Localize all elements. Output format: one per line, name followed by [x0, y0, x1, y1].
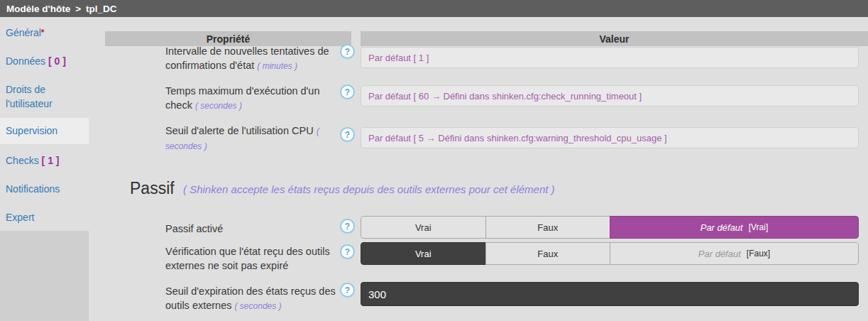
option-default-button-selected[interactable]: Par défaut [Vrai]: [610, 216, 859, 239]
property-label-cpu-threshold: Seuil d'alerte de l'utilisation CPU ( se…: [165, 124, 343, 153]
section-hint: ( Shinken accepte les états reçus depuis…: [183, 183, 555, 195]
property-unit: ( secondes ): [195, 101, 242, 111]
help-icon[interactable]: ?: [340, 219, 355, 234]
default-value-badge: [Vrai]: [749, 222, 769, 232]
property-label-expiry-threshold: Seuil d'expiration des états reçus des o…: [165, 284, 343, 313]
breadcrumb-separator: >: [75, 4, 81, 14]
value-field-check-timeout[interactable]: Par défaut [ 60 → Défini dans shinken.cf…: [361, 85, 859, 107]
property-label-text: Intervalle de nouvelles tentatives de co…: [165, 45, 329, 71]
property-label-text: Temps maximum d'exécution d'un check: [165, 85, 320, 111]
sidebar-item-label: Checks: [6, 155, 39, 166]
sidebar-item-label: Supervision: [6, 125, 57, 136]
segmented-passive-enabled: Vrai Faux Par défaut [Vrai]: [361, 216, 859, 239]
property-unit: ( minutes ): [257, 61, 297, 71]
sidebar-item-donnees[interactable]: Données [ 0 ]: [0, 54, 89, 68]
default-label: Par défaut: [701, 222, 743, 233]
count-badge: [ 0 ]: [48, 55, 66, 67]
option-true-button[interactable]: Vrai: [361, 216, 486, 239]
sidebar: Général* Données [ 0 ] Droits de l'utili…: [0, 17, 89, 321]
property-label-text: Vérification que l'état reçu des outils …: [165, 246, 330, 271]
property-label-freshness-check: Vérification que l'état reçu des outils …: [165, 244, 343, 273]
sidebar-item-label: Général: [6, 27, 41, 38]
property-label-text: Passif activé: [165, 223, 223, 234]
count-badge: [ 1 ]: [42, 155, 60, 166]
help-icon[interactable]: ?: [340, 85, 355, 99]
sidebar-item-label: Données: [6, 55, 45, 67]
breadcrumb-current: tpl_DC: [86, 4, 117, 14]
help-icon[interactable]: ?: [340, 244, 355, 259]
sidebar-item-droits[interactable]: Droits de l'utilisateur: [0, 82, 89, 111]
breadcrumb: Modèle d'hôte > tpl_DC: [0, 0, 868, 17]
option-default-button[interactable]: Par défaut [Faux]: [610, 242, 859, 265]
sidebar-item-label: Droits de l'utilisateur: [6, 84, 53, 109]
required-marker: *: [41, 28, 45, 38]
sidebar-item-checks[interactable]: Checks [ 1 ]: [0, 153, 89, 168]
sidebar-item-general[interactable]: Général*: [0, 26, 89, 40]
default-label: Par défaut: [698, 249, 741, 259]
help-icon[interactable]: ?: [340, 127, 355, 142]
segmented-freshness-check: Vrai Faux Par défaut [Faux]: [361, 242, 859, 265]
value-field-retry-interval[interactable]: Par défaut [ 1 ]: [361, 47, 859, 68]
sidebar-item-notifications[interactable]: Notifications: [0, 182, 89, 196]
expiry-threshold-input[interactable]: [361, 282, 859, 306]
column-header-value: Valeur: [361, 31, 868, 46]
value-field-cpu-threshold[interactable]: Par défaut [ 5 → Défini dans shinken.cfg…: [361, 127, 859, 148]
property-label-passive-enabled: Passif activé: [165, 222, 343, 236]
host-template-page: Modèle d'hôte > tpl_DC Général* Données …: [0, 0, 868, 321]
property-label-text: Seuil d'alerte de l'utilisation CPU: [165, 125, 314, 136]
default-value-badge: [Faux]: [747, 249, 770, 259]
breadcrumb-root[interactable]: Modèle d'hôte: [6, 4, 70, 14]
option-true-button-selected[interactable]: Vrai: [361, 242, 486, 265]
property-label-retry-interval: Intervalle de nouvelles tentatives de co…: [165, 44, 343, 73]
property-label-check-timeout: Temps maximum d'exécution d'un check ( s…: [165, 84, 343, 113]
section-title-passif: Passif: [130, 179, 175, 198]
help-icon[interactable]: ?: [340, 283, 355, 298]
sidebar-footer-block: [0, 231, 89, 321]
sidebar-item-label: Notifications: [6, 183, 60, 195]
sidebar-item-label: Expert: [6, 212, 34, 223]
option-false-button[interactable]: Faux: [485, 242, 611, 265]
sidebar-item-expert[interactable]: Expert: [0, 210, 89, 224]
property-unit: ( secondes ): [235, 301, 282, 311]
sidebar-item-supervision[interactable]: Supervision: [0, 124, 89, 138]
option-false-button[interactable]: Faux: [485, 216, 611, 239]
help-icon[interactable]: ?: [340, 44, 355, 59]
